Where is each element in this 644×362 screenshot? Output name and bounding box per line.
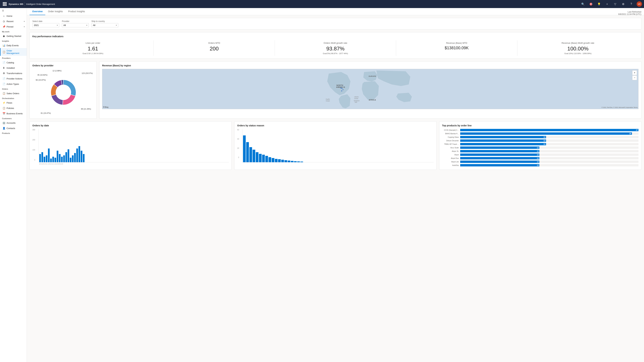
target-icon[interactable]: 🎯 — [588, 1, 594, 7]
sidebar-item-order-management[interactable]: 📋 Order Management — [0, 48, 27, 56]
kpi-value: 1.61 — [35, 45, 151, 52]
orders-by-status-chart-container: 60 40 20 0 — [237, 129, 434, 162]
hbar-bar-container: 12 — [460, 150, 638, 152]
sidebar-item-label: Action Types — [6, 83, 19, 85]
status-bar-col — [252, 150, 255, 162]
bar — [54, 158, 56, 162]
bar-col — [68, 149, 69, 162]
sidebar-item-recent[interactable]: ◷ Recent ▾ — [0, 18, 27, 24]
sidebar-item-pinned[interactable]: 📌 Pinned ▾ — [0, 24, 27, 29]
status-bar-col — [265, 156, 268, 162]
revenue-by-region-title: Revenue (Base) by region — [102, 64, 638, 67]
tab-product-insights[interactable]: Product Insights — [66, 8, 88, 15]
settings-icon[interactable]: ⚙ — [620, 1, 626, 7]
status-bar — [278, 159, 281, 162]
kpi-name: Orders MTD — [156, 42, 272, 44]
hbar-bar-container: 12 — [460, 157, 638, 159]
waffle-menu-button[interactable] — [2, 1, 8, 7]
provider-filter-select[interactable]: All ▾ — [62, 23, 89, 27]
add-icon[interactable]: ＋ — [604, 1, 610, 7]
status-bar — [246, 142, 249, 162]
hbar-label: Airpot Lite — [442, 161, 459, 163]
hbar-bar: 12 — [460, 150, 540, 152]
tab-order-insights[interactable]: Order Insights — [45, 8, 66, 15]
hbar-value: 13 — [544, 140, 546, 142]
kpi-name: Revenue (Base) MoM growth rate — [520, 42, 636, 44]
filter-icon[interactable]: ▽ — [612, 1, 618, 7]
status-bar-col — [284, 160, 287, 162]
sidebar-item-label: Transformations — [6, 72, 22, 75]
tab-overview[interactable]: Overview — [30, 8, 45, 15]
bar — [81, 151, 82, 162]
hbar-bar-container: 13 — [460, 139, 638, 142]
sidebar-item-policies[interactable]: 📋 Policies — [0, 105, 27, 111]
hbar-bar: 12 — [460, 164, 540, 166]
map-zoom-in-button[interactable]: + — [632, 70, 637, 75]
status-bar-col — [243, 135, 246, 162]
topbar-right: 🔍 🎯 💡 ＋ ▽ ⚙ ? LC — [580, 1, 642, 7]
status-bar — [288, 161, 290, 162]
sidebar-item-transformations[interactable]: ⚙ Transformations — [0, 70, 27, 76]
status-bar-col — [246, 142, 249, 162]
bar-col — [76, 148, 78, 162]
date-filter-select[interactable]: 2021 ▾ — [32, 23, 59, 27]
sidebar-item-provider-actions[interactable]: 📄 Provider Actions — [0, 76, 27, 81]
waffle-icon — [3, 2, 6, 6]
map-dot-2 — [342, 88, 342, 89]
sidebar-item-action-types[interactable]: 📄 Action Types — [0, 81, 27, 87]
help-icon[interactable]: ? — [628, 1, 634, 7]
hbar-row: BAHO-Barista H...26 — [442, 132, 638, 135]
bar — [68, 149, 69, 162]
status-bar — [300, 162, 303, 162]
sidebar-item-accounts[interactable]: 🏢 Accounts — [0, 120, 27, 125]
sidebar-item-label: Order Management — [6, 49, 25, 54]
kpi-goal: Goal:3.50 (-1.89-54.09%) — [35, 52, 151, 54]
catalog-icon: 📄 — [2, 61, 5, 64]
sidebar-item-label: Flows — [6, 102, 12, 104]
sidebar-item-contacts[interactable]: 👤 Contacts — [0, 125, 27, 131]
sidebar-item-flows[interactable]: ⚡ Flows — [0, 100, 27, 105]
status-bar-col — [262, 155, 265, 162]
kpi-name: Orders MoM growth rate — [278, 42, 393, 44]
kpi-value: 200 — [156, 45, 272, 52]
donut-label-4: 66 (15.87%) — [36, 79, 46, 81]
bulb-icon[interactable]: 💡 — [596, 1, 602, 7]
ship-country-filter-select[interactable]: All ▾ — [92, 23, 118, 27]
bar — [63, 155, 65, 162]
sidebar-item-sales-orders[interactable]: 📋 Sales Orders — [0, 91, 27, 96]
charts-row-1: Orders by provider 123 (29.57%) 89 (21.3… — [30, 61, 641, 119]
bar — [74, 153, 76, 162]
user-avatar[interactable]: LC — [636, 1, 642, 7]
bar-col — [70, 158, 72, 162]
search-icon[interactable]: 🔍 — [580, 1, 586, 7]
sargasso-label2: Sea — [355, 102, 357, 103]
kpi-value: 93.87% — [278, 45, 393, 52]
sidebar-item-daily-events[interactable]: 📊 Daily Events — [0, 43, 27, 48]
status-bar-col — [294, 161, 297, 162]
hbar-label: Airpor XL — [442, 150, 459, 152]
provider-filter-arrow: ▾ — [86, 24, 87, 26]
sidebar-item-label: Recent — [6, 20, 14, 23]
hbar-value: 12 — [537, 161, 539, 163]
north-america-label: NORTH — [336, 84, 343, 86]
hbar-value: 12 — [537, 164, 539, 166]
sidebar-item-installed[interactable]: ⬇ Installed — [0, 65, 27, 70]
sidebar-item-label: Getting Started — [6, 35, 21, 37]
hbar-bar: 12 — [460, 161, 540, 163]
chevron-down-icon: ▾ — [24, 20, 25, 22]
sidebar-collapse-button[interactable]: ☰ — [0, 8, 27, 13]
getting-started-icon: ◉ — [2, 35, 5, 37]
sidebar-item-catalog[interactable]: 📄 Catalog — [0, 60, 27, 65]
sidebar-item-business-events[interactable]: 📅 Business Events — [0, 111, 27, 116]
kpi-goal: Goal:10%(-110.00% - 1099.99%) — [520, 52, 636, 54]
bar-col — [44, 157, 45, 162]
sidebar-item-home[interactable]: ⌂ Home — [0, 13, 27, 18]
donut-label-6: 12 (2.88%) — [52, 70, 62, 72]
map-zoom-out-button[interactable]: − — [632, 75, 637, 80]
status-bar — [275, 159, 278, 162]
sidebar-item-getting-started[interactable]: ◉ Getting Started — [0, 33, 27, 39]
status-bar-col — [259, 154, 262, 162]
hbar-row: CC3C-[Sample] C...27 — [442, 129, 638, 131]
brand-app: Intelligent Order Management — [26, 3, 55, 5]
recent-icon: ◷ — [2, 20, 5, 23]
